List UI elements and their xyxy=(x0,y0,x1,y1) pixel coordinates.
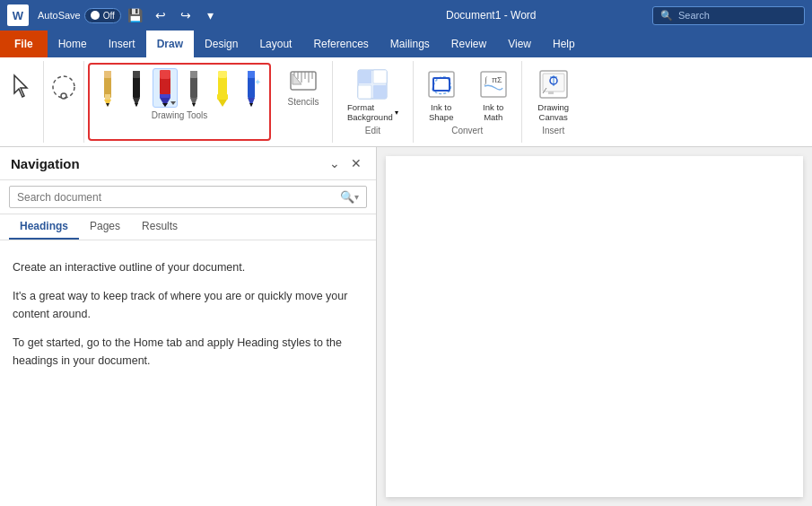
grey-pen-tool[interactable] xyxy=(181,68,206,108)
customize-quick-access-button[interactable]: ▾ xyxy=(200,4,222,26)
svg-rect-5 xyxy=(105,94,110,100)
menu-item-file[interactable]: File xyxy=(0,31,48,57)
nav-content-line3: To get started, go to the Home tab and a… xyxy=(13,334,363,370)
svg-rect-23 xyxy=(218,71,227,78)
svg-point-2 xyxy=(61,93,66,99)
blue-pen-tool[interactable]: ✦ xyxy=(239,68,264,108)
nav-close-button[interactable]: ✕ xyxy=(347,154,365,172)
title-bar-right: 🔍 Search xyxy=(652,6,805,25)
search-input-wrapper[interactable]: 🔍 ▾ xyxy=(9,186,367,208)
nav-content: Create an interactive outline of your do… xyxy=(0,240,376,506)
svg-rect-19 xyxy=(190,71,197,78)
document-area xyxy=(377,147,812,506)
title-bar-left: W AutoSave Off 💾 ↩ ↪ ▾ xyxy=(7,4,330,26)
format-background-button[interactable]: FormatBackground ▾ xyxy=(340,65,406,126)
menu-bar: File Home Insert Draw Design Layout Refe… xyxy=(0,31,812,57)
menu-item-view[interactable]: View xyxy=(497,31,542,57)
drawing-tools-group: ✦ Drawing Tools xyxy=(88,63,271,141)
svg-rect-43 xyxy=(373,85,387,99)
svg-rect-41 xyxy=(373,70,387,83)
drawing-tools-label: Drawing Tools xyxy=(152,110,208,120)
svg-marker-17 xyxy=(170,101,176,105)
tab-pages[interactable]: Pages xyxy=(79,214,131,240)
lasso-select-button[interactable] xyxy=(48,65,80,109)
nav-content-line2: It's a great way to keep track of where … xyxy=(13,287,363,323)
title-search-box[interactable]: 🔍 Search xyxy=(652,6,805,25)
menu-item-review[interactable]: Review xyxy=(441,31,497,57)
menu-item-references[interactable]: References xyxy=(302,31,379,57)
stencils-label: Stencils xyxy=(287,97,319,107)
svg-marker-16 xyxy=(162,103,168,107)
insert-label: Insert xyxy=(542,126,564,135)
ruler-button[interactable] xyxy=(282,65,325,97)
format-background-icon xyxy=(356,68,389,100)
nav-controls: ⌄ ✕ xyxy=(326,154,365,172)
main-area: Navigation ⌄ ✕ 🔍 ▾ Headings Pages Result… xyxy=(0,147,812,506)
tab-headings[interactable]: Headings xyxy=(9,214,79,240)
title-bar: W AutoSave Off 💾 ↩ ↪ ▾ Document1 - Word … xyxy=(0,0,812,31)
redo-button[interactable]: ↪ xyxy=(175,4,196,26)
drawing-canvas-icon xyxy=(537,68,570,100)
ribbon: ✦ Drawing Tools xyxy=(0,57,812,147)
autosave-off-label: Off xyxy=(103,11,115,21)
convert-label: Convert xyxy=(451,126,483,135)
search-placeholder: Search xyxy=(678,10,710,21)
document-title: Document1 - Word xyxy=(330,9,653,22)
search-input[interactable] xyxy=(17,191,340,204)
red-pen-tool[interactable] xyxy=(153,68,178,108)
format-background-dropdown-icon: ▾ xyxy=(395,109,398,117)
drawing-canvas-label: DrawingCanvas xyxy=(537,102,569,122)
svg-marker-25 xyxy=(218,100,227,107)
ink-to-math-button[interactable]: ∫ π Σ Ink toMath xyxy=(469,65,518,126)
svg-rect-24 xyxy=(217,94,228,100)
menu-item-insert[interactable]: Insert xyxy=(98,31,146,57)
nav-title: Navigation xyxy=(11,156,80,171)
menu-item-layout[interactable]: Layout xyxy=(249,31,302,57)
autosave-label: AutoSave xyxy=(38,10,81,21)
nav-collapse-button[interactable]: ⌄ xyxy=(326,154,344,172)
autosave-toggle[interactable]: Off xyxy=(84,8,121,23)
svg-marker-21 xyxy=(192,103,196,107)
edit-label: Edit xyxy=(365,126,380,135)
black-pen-tool[interactable] xyxy=(124,68,149,108)
toggle-dot xyxy=(91,11,100,20)
svg-marker-0 xyxy=(14,75,27,97)
svg-rect-14 xyxy=(160,94,170,98)
menu-item-design[interactable]: Design xyxy=(194,31,249,57)
svg-point-1 xyxy=(53,76,74,98)
black-pen-icon xyxy=(127,69,146,107)
ink-to-shape-button[interactable]: Ink toShape xyxy=(417,65,466,126)
svg-marker-11 xyxy=(135,103,138,107)
undo-button[interactable]: ↩ xyxy=(150,4,171,26)
svg-rect-4 xyxy=(104,71,111,78)
ink-to-math-icon: ∫ π Σ xyxy=(477,68,510,100)
select-cursor-icon xyxy=(12,74,31,100)
format-background-label: FormatBackground xyxy=(347,102,393,122)
pencil-tool-1[interactable] xyxy=(95,68,120,108)
select-tool-button[interactable] xyxy=(5,65,38,109)
ink-to-math-label: Ink toMath xyxy=(483,102,503,122)
ruler-icon xyxy=(289,66,318,95)
menu-item-draw[interactable]: Draw xyxy=(146,31,194,57)
nav-tabs: Headings Pages Results xyxy=(0,214,376,240)
blue-pen-icon: ✦ xyxy=(241,69,261,107)
search-icon: 🔍 xyxy=(660,10,673,22)
menu-item-help[interactable]: Help xyxy=(542,31,586,57)
search-submit-button[interactable]: 🔍 xyxy=(340,190,354,204)
yellow-highlighter-tool[interactable] xyxy=(210,68,235,108)
drawing-canvas-button[interactable]: DrawingCanvas xyxy=(529,65,578,126)
drawing-tools-inner: ✦ xyxy=(95,68,264,108)
svg-rect-53 xyxy=(548,92,554,94)
red-pen-icon xyxy=(153,69,178,107)
search-options-button[interactable]: ▾ xyxy=(354,192,359,202)
pencil-1-icon xyxy=(98,69,118,107)
menu-item-home[interactable]: Home xyxy=(48,31,98,57)
svg-text:Σ: Σ xyxy=(497,75,502,84)
svg-marker-29 xyxy=(249,103,253,107)
tab-results[interactable]: Results xyxy=(131,214,188,240)
ribbon-content: ✦ Drawing Tools xyxy=(0,57,812,146)
lasso-icon xyxy=(50,74,77,100)
save-button[interactable]: 💾 xyxy=(125,4,146,26)
nav-content-line1: Create an interactive outline of your do… xyxy=(13,258,363,276)
menu-item-mailings[interactable]: Mailings xyxy=(380,31,441,57)
